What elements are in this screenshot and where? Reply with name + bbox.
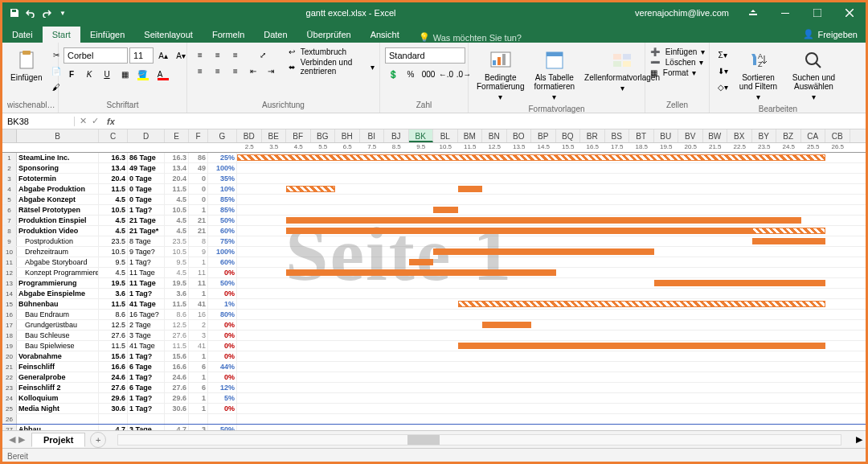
cell[interactable]: 11 Tage: [128, 278, 165, 288]
cell[interactable]: 30.6: [165, 404, 189, 413]
cell[interactable]: Drehzeitraum: [17, 247, 99, 257]
cell[interactable]: 8.6: [99, 310, 128, 319]
cell[interactable]: 1 Tag?: [128, 372, 165, 382]
column-header[interactable]: CB: [825, 129, 850, 142]
cell[interactable]: 0 Tage: [128, 174, 165, 183]
cell[interactable]: 1 Tag?: [128, 205, 165, 215]
cell[interactable]: 30.6: [99, 404, 128, 413]
minimize-button[interactable]: [769, 2, 801, 23]
cell[interactable]: 23.5: [99, 236, 128, 246]
gantt-bar[interactable]: [286, 186, 335, 192]
row-header[interactable]: 16: [2, 310, 17, 319]
cell[interactable]: 1: [189, 205, 208, 215]
decrease-font-icon[interactable]: A▾: [173, 48, 189, 63]
cell[interactable]: 100%: [208, 247, 237, 257]
gantt-bar[interactable]: [433, 207, 458, 213]
cell[interactable]: 0 Tage: [128, 195, 165, 204]
scroll-right-icon[interactable]: ▶: [853, 434, 866, 445]
column-header[interactable]: D: [128, 129, 165, 142]
cell[interactable]: 44%: [208, 362, 237, 372]
column-header[interactable]: BF: [286, 129, 311, 142]
cell[interactable]: 0%: [208, 341, 237, 351]
row-header[interactable]: 1: [2, 153, 17, 162]
column-header[interactable]: BL: [433, 129, 458, 142]
cell[interactable]: Generalprobe: [17, 372, 99, 382]
column-header[interactable]: CA: [801, 129, 826, 142]
column-header[interactable]: BO: [507, 129, 532, 142]
tab-data[interactable]: Daten: [254, 27, 297, 43]
cell[interactable]: 16.3: [99, 153, 128, 162]
cell[interactable]: 16.6: [99, 362, 128, 372]
row-header[interactable]: 13: [2, 278, 17, 288]
column-header[interactable]: BI: [360, 129, 385, 142]
cell[interactable]: 23.5: [165, 236, 189, 246]
cell[interactable]: 16.3: [165, 153, 189, 162]
cell[interactable]: 41 Tage: [128, 299, 165, 309]
column-header[interactable]: BD: [237, 129, 262, 142]
cell[interactable]: 1: [189, 404, 208, 413]
ribbon-options-icon[interactable]: [737, 2, 769, 23]
cell[interactable]: [208, 414, 237, 424]
cell[interactable]: 13.4: [165, 163, 189, 173]
cell[interactable]: [99, 414, 128, 424]
cell[interactable]: 6 Tage: [128, 362, 165, 372]
fx-icon[interactable]: fx: [104, 117, 118, 126]
gantt-bar[interactable]: [409, 259, 434, 265]
row-header[interactable]: 2: [2, 163, 17, 173]
row-header[interactable]: 19: [2, 341, 17, 351]
autosum-icon[interactable]: Σ▾: [714, 47, 731, 62]
cell[interactable]: 27.6: [165, 383, 189, 392]
cell[interactable]: Bau Spielwiese: [17, 341, 99, 351]
cell[interactable]: 1 Tag?: [128, 393, 165, 403]
name-box[interactable]: BK38: [2, 117, 75, 126]
column-header[interactable]: BN: [482, 129, 507, 142]
cell[interactable]: 0: [189, 184, 208, 194]
cell[interactable]: Bau Endraum: [17, 310, 99, 319]
gantt-bar[interactable]: [752, 238, 826, 244]
cell[interactable]: 3.6: [165, 289, 189, 298]
cell[interactable]: 2: [189, 320, 208, 330]
column-header[interactable]: BG: [311, 129, 336, 142]
gantt-bar[interactable]: [482, 322, 531, 328]
cell[interactable]: 3.6: [99, 289, 128, 298]
column-header[interactable]: BV: [678, 129, 703, 142]
merge-center-button[interactable]: ⬌ Verbinden und zentrieren ▾: [289, 58, 375, 76]
gantt-bar[interactable]: [286, 269, 556, 276]
cell[interactable]: 11.5: [165, 341, 189, 351]
row-header[interactable]: 23: [2, 383, 17, 392]
cell[interactable]: 1 Tag?: [128, 404, 165, 413]
qat-dropdown-icon[interactable]: ▼: [57, 7, 68, 18]
conditional-formatting-button[interactable]: Bedingte Formatierung▾: [473, 47, 527, 103]
cell[interactable]: 85%: [208, 195, 237, 204]
column-header[interactable]: BY: [752, 129, 777, 142]
increase-indent-icon[interactable]: ⇥: [263, 64, 279, 78]
cell[interactable]: 0: [189, 174, 208, 183]
cell[interactable]: [17, 414, 99, 424]
number-format-select[interactable]: Standard: [385, 47, 465, 64]
cell[interactable]: Abgabe Einspielme: [17, 289, 99, 298]
cell[interactable]: Rätsel Prototypen: [17, 205, 99, 215]
cell[interactable]: 16 Tage?: [128, 310, 165, 319]
cell[interactable]: 86: [189, 153, 208, 162]
cell[interactable]: [165, 414, 189, 424]
decrease-indent-icon[interactable]: ⇤: [245, 64, 261, 78]
cell[interactable]: 80%: [208, 310, 237, 319]
percent-icon[interactable]: %: [403, 67, 419, 81]
cell[interactable]: 11.5: [165, 184, 189, 194]
row-header[interactable]: 4: [2, 184, 17, 194]
cell[interactable]: 29.6: [99, 393, 128, 403]
row-header[interactable]: 26: [2, 414, 17, 424]
cell[interactable]: 27.6: [99, 383, 128, 392]
column-header[interactable]: BH: [335, 129, 360, 142]
column-header[interactable]: BR: [580, 129, 605, 142]
cell[interactable]: 41: [189, 341, 208, 351]
borders-icon[interactable]: ▦: [117, 67, 133, 81]
align-right-icon[interactable]: ≡: [227, 64, 244, 78]
column-header[interactable]: BP: [531, 129, 556, 142]
cell[interactable]: 0%: [208, 320, 237, 330]
cell[interactable]: 3 Tage: [128, 425, 165, 430]
tell-me-search[interactable]: 💡 Was möchten Sie tun?: [419, 32, 522, 43]
cell[interactable]: 1: [189, 372, 208, 382]
cell[interactable]: 27.6: [99, 331, 128, 340]
cell[interactable]: Produktion Video: [17, 226, 99, 236]
